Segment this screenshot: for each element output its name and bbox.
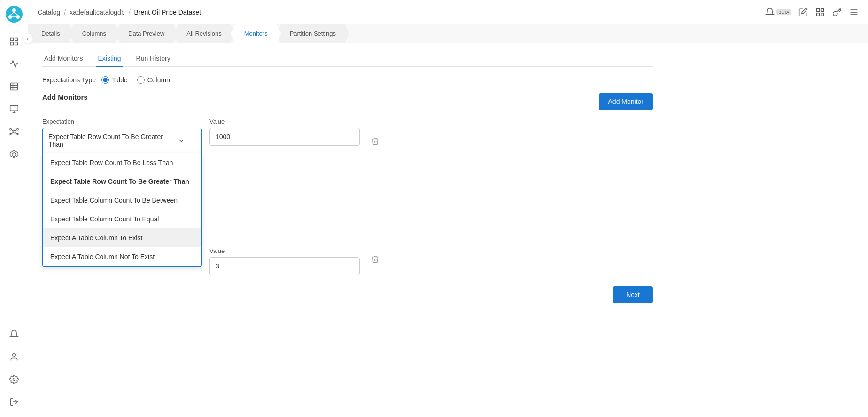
grid-action[interactable] bbox=[815, 8, 825, 17]
svg-rect-35 bbox=[821, 13, 824, 16]
value-field-group-2: Value bbox=[209, 247, 360, 275]
bell-action[interactable]: BETA bbox=[765, 8, 791, 17]
sidebar-item-grid[interactable] bbox=[5, 32, 23, 51]
main-content: Catalog / xadefaultcatalogdb / Brent Oil… bbox=[28, 0, 868, 417]
key-action[interactable] bbox=[832, 8, 842, 17]
header: Catalog / xadefaultcatalogdb / Brent Oil… bbox=[28, 0, 868, 24]
dropdown-trigger-1[interactable]: Expect Table Row Count To Be Greater Tha… bbox=[42, 128, 202, 153]
sidebar-item-tables[interactable] bbox=[5, 77, 23, 96]
sidebar-item-monitors[interactable] bbox=[5, 55, 23, 73]
delete-container-1 bbox=[367, 131, 383, 150]
value-input-2[interactable] bbox=[209, 257, 360, 275]
section-title: Add Monitors bbox=[42, 93, 88, 101]
sub-tab-existing[interactable]: Existing bbox=[96, 51, 123, 67]
svg-point-20 bbox=[16, 128, 18, 130]
svg-rect-32 bbox=[817, 8, 820, 11]
content-area: Add Monitors Existing Run History Expect… bbox=[28, 43, 868, 417]
radio-table[interactable]: Table bbox=[101, 76, 127, 84]
chevron-down-icon bbox=[178, 137, 185, 144]
dropdown-item-2[interactable]: Expect Table Column Count To Be Between bbox=[43, 191, 202, 210]
radio-table-input[interactable] bbox=[101, 76, 109, 84]
sidebar-item-network[interactable] bbox=[5, 145, 23, 164]
expectations-type-row: Expectations Type Table Column bbox=[42, 76, 653, 84]
sidebar-item-logout[interactable] bbox=[5, 393, 23, 411]
sub-tabs: Add Monitors Existing Run History bbox=[42, 43, 653, 67]
dropdown-container-1: Expect Table Row Count To Be Greater Tha… bbox=[42, 128, 202, 153]
sub-tab-run-history[interactable]: Run History bbox=[134, 51, 172, 67]
expectation-label-1: Expectation bbox=[42, 118, 202, 125]
svg-rect-11 bbox=[10, 83, 17, 90]
menu-action[interactable] bbox=[849, 8, 859, 17]
dropdown-item-3[interactable]: Expect Table Column Count To Equal bbox=[43, 210, 202, 228]
sidebar-item-user[interactable] bbox=[5, 347, 23, 366]
expectations-type-label: Expectations Type bbox=[42, 76, 96, 84]
tab-details[interactable]: Details bbox=[28, 24, 74, 43]
svg-point-0 bbox=[6, 6, 23, 23]
dropdown-item-5[interactable]: Expect A Table Column Not To Exist bbox=[43, 247, 202, 266]
actions-row: Next bbox=[42, 286, 653, 303]
value-input-1[interactable] bbox=[209, 128, 360, 146]
next-button[interactable]: Next bbox=[613, 286, 653, 303]
sidebar-bottom bbox=[5, 325, 23, 411]
sidebar-toggle[interactable]: › bbox=[22, 33, 33, 44]
breadcrumb-catalog[interactable]: Catalog bbox=[38, 8, 60, 16]
radio-table-label: Table bbox=[112, 76, 127, 84]
breadcrumb-sep-2: / bbox=[129, 8, 131, 16]
radio-group: Table Column bbox=[101, 76, 170, 84]
svg-point-19 bbox=[9, 128, 11, 130]
tab-data-preview[interactable]: Data Preview bbox=[115, 24, 178, 43]
tab-monitors[interactable]: Monitors bbox=[231, 24, 281, 43]
expectation-field-group-1: Expectation Expect Table Row Count To Be… bbox=[42, 118, 202, 153]
breadcrumb-dataset: Brent Oil Price Dataset bbox=[134, 8, 201, 16]
tabs-bar: Details Columns Data Preview All Revisio… bbox=[28, 24, 868, 43]
radio-column-input[interactable] bbox=[137, 76, 145, 84]
sidebar-item-pipeline[interactable] bbox=[5, 122, 23, 141]
sidebar-item-dashboard[interactable] bbox=[5, 100, 23, 118]
tab-columns[interactable]: Columns bbox=[69, 24, 120, 43]
header-actions: BETA bbox=[765, 8, 859, 17]
value-field-group-1: Value bbox=[209, 118, 360, 146]
sidebar-nav bbox=[5, 32, 23, 325]
svg-line-24 bbox=[15, 130, 16, 131]
add-monitor-button[interactable]: Add Monitor bbox=[599, 93, 653, 110]
svg-rect-9 bbox=[10, 42, 13, 45]
svg-point-1 bbox=[12, 8, 16, 12]
expectation-row-1: Expectation Expect Table Row Count To Be… bbox=[42, 118, 653, 153]
tab-revisions[interactable]: All Revisions bbox=[173, 24, 235, 43]
app-logo[interactable] bbox=[6, 6, 23, 23]
dropdown-selected-text: Expect Table Row Count To Be Greater Tha… bbox=[48, 133, 178, 148]
svg-rect-8 bbox=[15, 38, 17, 41]
trash-icon-2 bbox=[371, 255, 380, 263]
sidebar: › bbox=[0, 0, 28, 417]
svg-marker-28 bbox=[12, 153, 16, 157]
delete-button-1[interactable] bbox=[367, 133, 383, 150]
dropdown-menu-1: Expect Table Row Count To Be Less Than E… bbox=[42, 153, 202, 267]
value-label-1: Value bbox=[209, 118, 360, 125]
value-label-2: Value bbox=[209, 247, 360, 254]
sub-tab-add-monitors[interactable]: Add Monitors bbox=[42, 51, 85, 67]
svg-point-30 bbox=[13, 378, 15, 381]
delete-button-2[interactable] bbox=[367, 251, 383, 268]
radio-column-label: Column bbox=[147, 76, 170, 84]
dropdown-item-4[interactable]: Expect A Table Column To Exist bbox=[43, 228, 202, 247]
breadcrumb-sep-1: / bbox=[64, 8, 66, 16]
sidebar-item-settings[interactable] bbox=[5, 370, 23, 389]
tab-partition-settings[interactable]: Partition Settings bbox=[277, 24, 349, 43]
radio-column[interactable]: Column bbox=[137, 76, 170, 84]
delete-container-2 bbox=[367, 249, 383, 268]
svg-rect-33 bbox=[821, 8, 824, 11]
svg-line-23 bbox=[11, 130, 13, 131]
edit-action[interactable] bbox=[798, 8, 808, 17]
breadcrumb: Catalog / xadefaultcatalogdb / Brent Oil… bbox=[38, 8, 201, 16]
dropdown-item-0[interactable]: Expect Table Row Count To Be Less Than bbox=[43, 153, 202, 172]
svg-line-25 bbox=[11, 132, 13, 134]
trash-icon-1 bbox=[371, 137, 380, 145]
svg-point-21 bbox=[9, 133, 11, 134]
svg-rect-10 bbox=[15, 42, 17, 45]
svg-point-22 bbox=[16, 133, 18, 134]
breadcrumb-db[interactable]: xadefaultcatalogdb bbox=[70, 8, 125, 16]
dropdown-item-1[interactable]: Expect Table Row Count To Be Greater Tha… bbox=[43, 172, 202, 191]
sidebar-item-bell[interactable] bbox=[5, 325, 23, 344]
svg-line-26 bbox=[15, 132, 16, 134]
svg-point-29 bbox=[12, 354, 16, 357]
